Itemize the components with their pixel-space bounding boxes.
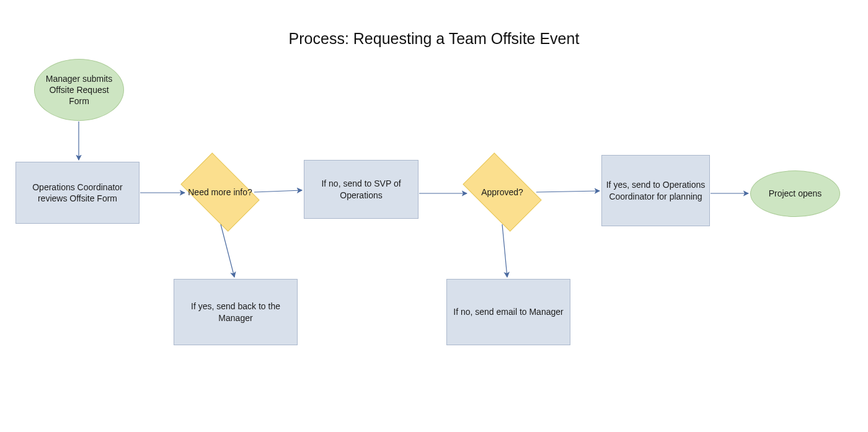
flowchart-canvas: Process: Requesting a Team Offsite Event… — [0, 0, 868, 432]
node-send-svp-label: If no, send to SVP of Operations — [308, 178, 414, 200]
node-review-label: Operations Coordinator reviews Offsite F… — [20, 182, 135, 204]
node-approved: Approved? — [456, 161, 549, 223]
diagram-title: Process: Requesting a Team Offsite Event — [0, 30, 868, 48]
node-send-back-manager-label: If yes, send back to the Manager — [178, 301, 293, 323]
node-end-label: Project opens — [769, 188, 822, 199]
node-approved-label: Approved? — [472, 187, 532, 198]
node-coordinator-planning: If yes, send to Operations Coordinator f… — [601, 155, 710, 226]
node-email-manager-label: If no, send email to Manager — [453, 306, 563, 317]
node-send-back-manager: If yes, send back to the Manager — [174, 279, 298, 345]
node-need-more-info-label: Need more info? — [179, 187, 261, 198]
node-end: Project opens — [750, 170, 840, 217]
node-email-manager: If no, send email to Manager — [446, 279, 570, 345]
node-review: Operations Coordinator reviews Offsite F… — [16, 162, 140, 224]
node-start-label: Manager submits Offsite Request Form — [38, 73, 120, 107]
edge-approved-email — [502, 224, 507, 277]
node-coordinator-planning-label: If yes, send to Operations Coordinator f… — [606, 179, 706, 201]
node-send-svp: If no, send to SVP of Operations — [304, 160, 418, 219]
edge-needinfo-sendback — [221, 224, 234, 277]
node-need-more-info: Need more info? — [174, 161, 267, 223]
node-start: Manager submits Offsite Request Form — [34, 59, 124, 121]
